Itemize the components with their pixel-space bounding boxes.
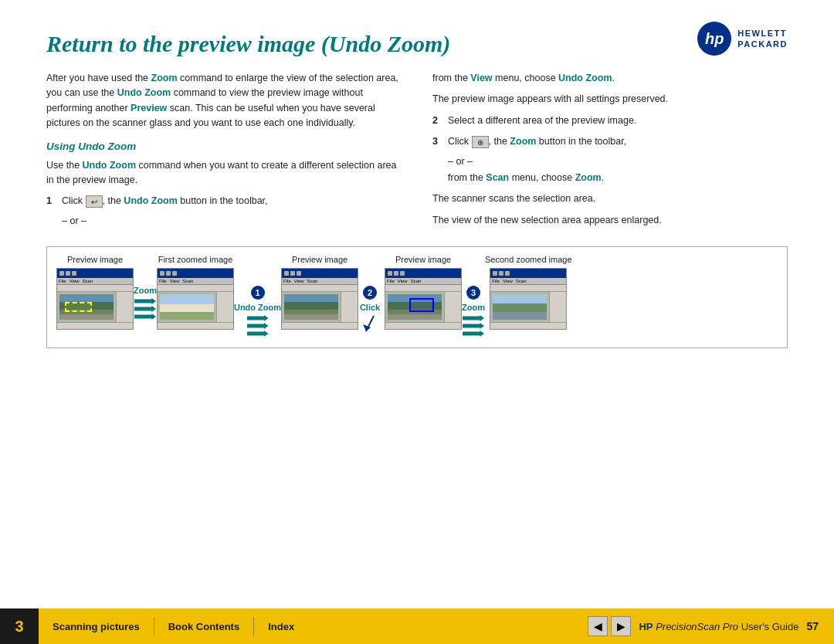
left-column: After you have used the Zoom command to … xyxy=(46,71,402,234)
prev-page-button[interactable]: ◀ xyxy=(588,616,608,636)
nav-arrows: ◀ ▶ xyxy=(588,616,631,636)
screenshot-preview3: FileViewScan xyxy=(385,268,462,330)
bottom-nav-bar: 3 Scanning pictures Book Contents Index … xyxy=(0,608,834,644)
hp-circle-icon: hp xyxy=(697,22,731,56)
step1: 1 Click ↩, the Undo Zoom button in the t… xyxy=(46,194,402,229)
arrow-undo-zoom: 1 Undo Zoom xyxy=(234,255,281,337)
undo-zoom-label: Undo Zoom xyxy=(234,303,281,312)
right-col-text: from the View menu, choose Undo Zoom. Th… xyxy=(432,71,788,228)
screenshot-zoomed1: FileViewScan xyxy=(157,268,234,330)
diagram-step-5: Second zoomed image FileViewScan xyxy=(485,255,572,330)
arrow-zoom-2: 3 Zoom xyxy=(462,255,485,337)
page-number: 57 xyxy=(806,620,819,632)
product-text: HP PrecisionScan Pro User's Guide xyxy=(639,621,798,632)
page-title: Return to the preview image (Undo Zoom) xyxy=(46,31,788,57)
bottom-right-area: ◀ ▶ HP PrecisionScan Pro User's Guide 57 xyxy=(588,616,834,636)
scanning-pictures-link[interactable]: Scanning pictures xyxy=(39,621,154,632)
content-columns: After you have used the Zoom command to … xyxy=(46,71,788,234)
next-page-button[interactable]: ▶ xyxy=(611,616,631,636)
step4-label: Preview image xyxy=(395,255,451,264)
arrow-click-2: 2 Click xyxy=(358,255,385,335)
diagram-step-1: Preview image FileViewScan xyxy=(56,255,134,330)
book-contents-link[interactable]: Book Contents xyxy=(154,621,253,632)
step3-label: Preview image xyxy=(292,255,348,264)
zoom-label-1: Zoom xyxy=(134,286,157,295)
screenshot-preview2: FileViewScan xyxy=(281,268,358,330)
circle-num-2: 2 xyxy=(363,286,377,300)
page-container: hp HEWLETT PACKARD Return to the preview… xyxy=(0,0,834,644)
diagram-step-3: Preview image FileViewScan xyxy=(281,255,358,330)
intro-text: After you have used the Zoom command to … xyxy=(46,71,402,131)
diagram-step-4: Preview image FileViewScan xyxy=(385,255,462,330)
screenshot-preview1: FileViewScan xyxy=(56,268,134,330)
circle-num-3: 3 xyxy=(466,286,480,300)
hp-logo: hp HEWLETT PACKARD xyxy=(697,22,788,56)
section-heading: Using Undo Zoom xyxy=(46,141,402,152)
arrow-zoom-1: Zoom xyxy=(134,255,157,320)
right-column: from the View menu, choose Undo Zoom. Th… xyxy=(432,71,788,234)
step2-label: First zoomed image xyxy=(158,255,233,264)
chapter-number: 3 xyxy=(0,608,39,644)
circle-num-1: 1 xyxy=(251,286,265,300)
section-intro: Use the Undo Zoom command when you want … xyxy=(46,158,402,188)
step1-label: Preview image xyxy=(67,255,123,264)
diagram-step-2: First zoomed image FileViewScan xyxy=(157,255,234,330)
zoom-label-2: Zoom xyxy=(462,303,485,312)
click-arrow-icon xyxy=(358,312,381,335)
screenshot-zoomed2: FileViewScan xyxy=(490,268,567,330)
step5-label: Second zoomed image xyxy=(485,255,572,264)
click-label: Click xyxy=(360,303,380,312)
hp-brand-text: HEWLETT PACKARD xyxy=(737,28,788,50)
index-link[interactable]: Index xyxy=(254,621,308,632)
diagram-container: Preview image FileViewScan xyxy=(46,246,788,348)
